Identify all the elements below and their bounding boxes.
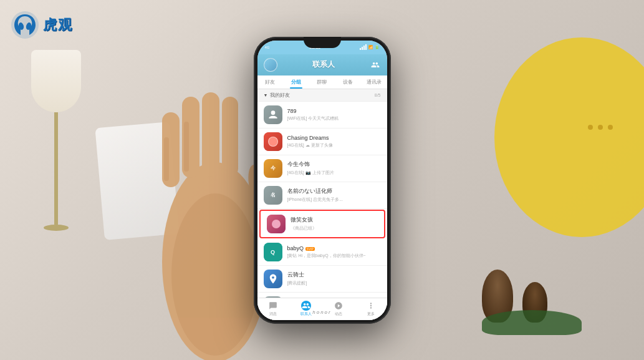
avatar	[264, 132, 282, 151]
svg-rect-10	[164, 137, 169, 181]
bottom-nav-contacts[interactable]: 联系人	[300, 301, 312, 317]
avatar: 名	[264, 186, 282, 205]
list-item[interactable]: Q babyQ SVIP [黄钻 Hi，是我babyQ，你的智能小伙伴~	[257, 239, 387, 266]
avatar: Q	[264, 243, 282, 261]
avatar	[264, 105, 282, 124]
contact-info: 今生今饰 [4G在线] 📷 上传了图片	[287, 160, 381, 176]
signal-icon	[360, 44, 367, 50]
messages-icon	[268, 301, 278, 311]
avatar	[264, 270, 282, 288]
section-count: 8/5	[375, 93, 381, 97]
list-item[interactable]: 云骑士 [腾讯提醒]	[257, 266, 387, 293]
bottom-nav-discover[interactable]: 动态	[334, 301, 344, 317]
contact-info: babyQ SVIP [黄钻 Hi，是我babyQ，你的智能小伙伴~	[287, 245, 381, 259]
messages-label: 消息	[269, 311, 277, 317]
discover-label: 动态	[335, 311, 342, 317]
phone-brand-text: honor	[312, 309, 331, 315]
vip-badge: SVIP	[305, 247, 315, 251]
foliage-decor	[482, 310, 582, 335]
phone-notch	[304, 37, 341, 48]
nav-tabs: 好友 分组 群聊 设备 通讯录	[257, 75, 387, 89]
wifi-icon: 📶	[368, 45, 373, 49]
list-item-highlighted[interactable]: 微笑女孩 《商品已组》	[259, 210, 385, 238]
contact-info: Chasing Dreams [4G在线] ☁ 更新了头像	[287, 135, 381, 148]
status-network: 4G	[265, 46, 270, 49]
contact-name: babyQ SVIP	[287, 245, 381, 251]
contact-list: 789 [WiFi在线] 今天天气忒糟糕 Chasing Dreams [4G在…	[257, 102, 387, 320]
contact-info: 云骑士 [腾讯提醒]	[287, 271, 381, 286]
section-arrow-icon: ▼	[264, 93, 268, 97]
app-header: 联系人	[257, 54, 387, 75]
contact-status: [4G在线] 📷 上传了图片	[287, 170, 381, 176]
lamp-decor	[19, 50, 94, 262]
tab-devices[interactable]: 设备	[335, 75, 361, 89]
header-title: 联系人	[312, 59, 335, 70]
brand-logo: 虎观	[9, 9, 73, 41]
status-icons: 📶 🔋	[360, 44, 379, 50]
bottom-nav-more[interactable]: 更多	[366, 301, 376, 317]
add-contact-icon[interactable]	[370, 59, 381, 71]
more-label: 更多	[367, 311, 375, 317]
avatar	[267, 215, 286, 233]
brand-icon-svg	[9, 9, 41, 41]
svg-rect-6	[202, 92, 219, 177]
svg-rect-11	[184, 122, 189, 172]
bottom-nav: 消息 联系人 动态 更	[257, 298, 387, 320]
list-item[interactable]: Chasing Dreams [4G在线] ☁ 更新了头像	[257, 129, 387, 155]
contact-name: 789	[287, 108, 381, 114]
svg-rect-7	[222, 97, 238, 177]
screen-content: 联系人 好友 分组 群聊 设备	[257, 54, 387, 320]
contact-status: [黄钻 Hi，是我babyQ，你的智能小伙伴~	[287, 253, 381, 259]
list-item[interactable]: 名 名前のない迋化师 [iPhone在线] 总觉充兔子多...	[257, 182, 387, 209]
brand-text: 虎观	[43, 16, 73, 34]
contact-status: [iPhone在线] 总觉充兔子多...	[287, 197, 381, 203]
list-item[interactable]: 789 [WiFi在线] 今天天气忒糟糕	[257, 102, 387, 129]
contact-status: [4G在线] ☁ 更新了头像	[287, 142, 381, 148]
contact-name: 名前のない迋化师	[287, 187, 381, 195]
section-title: ▼ 我的好友	[264, 92, 291, 99]
phone-frame: 4G 11:11 📶 🔋 联系人	[254, 37, 391, 324]
contact-info: 名前のない迋化师 [iPhone在线] 总觉充兔子多...	[287, 187, 381, 203]
tab-contacts[interactable]: 通讯录	[361, 75, 387, 89]
contact-name: Chasing Dreams	[287, 135, 381, 141]
svg-point-12	[271, 110, 275, 115]
contact-status: [WiFi在线] 今天天气忒糟糕	[287, 115, 381, 122]
contact-status: [腾讯提醒]	[287, 280, 381, 286]
contacts-label: 联系人	[300, 311, 312, 317]
user-avatar[interactable]	[264, 58, 277, 72]
list-item[interactable]: 今 今生今饰 [4G在线] 📷 上传了图片	[257, 155, 387, 182]
contact-name: 今生今饰	[287, 160, 381, 168]
more-icon	[366, 301, 376, 311]
svg-point-9	[171, 193, 259, 356]
tab-group-chat[interactable]: 群聊	[309, 75, 335, 89]
battery-icon: 🔋	[375, 45, 379, 49]
contact-name: 微笑女孩	[291, 216, 378, 224]
discover-icon	[334, 301, 344, 311]
bottom-nav-messages[interactable]: 消息	[268, 301, 278, 317]
contact-status: 《商品已组》	[291, 225, 378, 231]
section-header: ▼ 我的好友 8/5	[257, 89, 387, 102]
contact-info: 微笑女孩 《商品已组》	[291, 216, 378, 231]
tab-groups[interactable]: 分组	[283, 75, 309, 89]
contact-info: 789 [WiFi在线] 今天天气忒糟糕	[287, 108, 381, 122]
contact-name: 云骑士	[287, 271, 381, 279]
tab-friends[interactable]: 好友	[257, 75, 284, 89]
contacts-icon	[301, 301, 311, 311]
avatar: 今	[264, 159, 282, 178]
phone-screen: 4G 11:11 📶 🔋 联系人	[257, 41, 387, 320]
dots-decor	[588, 125, 613, 130]
